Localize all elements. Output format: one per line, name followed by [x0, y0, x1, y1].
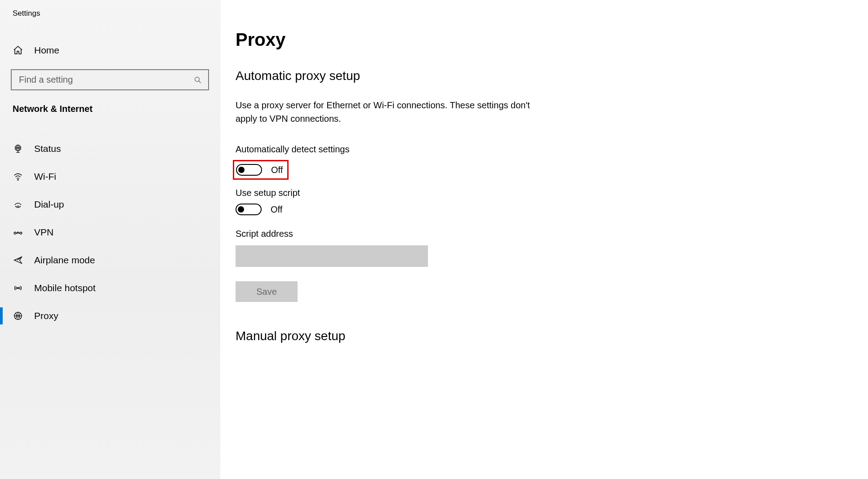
sidebar-item-label: Dial-up [34, 199, 64, 210]
auto-detect-state: Off [271, 165, 283, 175]
sidebar-item-wifi[interactable]: Wi-Fi [0, 163, 220, 191]
svg-point-9 [20, 206, 20, 207]
svg-line-1 [199, 81, 201, 83]
svg-point-10 [18, 206, 18, 206]
save-button[interactable]: Save [236, 281, 298, 302]
section-title-auto: Automatic proxy setup [236, 69, 868, 83]
highlight-auto-detect: Off [233, 160, 289, 180]
svg-point-14 [18, 288, 19, 289]
wifi-icon [13, 171, 23, 182]
svg-point-7 [17, 207, 17, 208]
sidebar-item-label: Status [34, 143, 61, 154]
use-script-toggle[interactable] [236, 204, 262, 215]
svg-point-0 [195, 77, 200, 81]
sidebar-item-label: Wi-Fi [34, 171, 56, 182]
sidebar-item-label: Airplane mode [34, 255, 95, 266]
search-box[interactable] [11, 69, 209, 90]
sidebar-item-hotspot[interactable]: Mobile hotspot [0, 274, 220, 302]
toggle-knob [238, 206, 244, 213]
use-script-label: Use setup script [236, 188, 868, 198]
main-content: Proxy Automatic proxy setup Use a proxy … [220, 0, 868, 479]
sidebar-home-label: Home [34, 45, 59, 56]
use-script-state: Off [271, 204, 282, 215]
search-icon [194, 76, 202, 84]
globe-stand-icon [13, 143, 23, 154]
sidebar-item-proxy[interactable]: Proxy [0, 302, 220, 330]
sidebar-nav: Status Wi-Fi [0, 135, 220, 330]
script-address-label: Script address [236, 229, 868, 239]
svg-point-12 [20, 232, 22, 235]
sidebar-item-label: Mobile hotspot [34, 283, 96, 293]
sidebar-item-status[interactable]: Status [0, 135, 220, 163]
sidebar-item-vpn[interactable]: VPN [0, 218, 220, 246]
auto-detect-toggle[interactable] [236, 164, 262, 176]
sidebar-item-dialup[interactable]: Dial-up [0, 191, 220, 218]
script-address-input[interactable] [236, 245, 428, 267]
toggle-knob [238, 167, 245, 173]
section-body-auto: Use a proxy server for Ethernet or Wi-Fi… [236, 98, 532, 125]
section-title-manual: Manual proxy setup [236, 329, 868, 343]
svg-point-11 [14, 232, 16, 235]
sidebar-item-label: Proxy [34, 310, 58, 321]
home-icon [13, 45, 23, 56]
hotspot-icon [13, 283, 23, 293]
app-title: Settings [0, 7, 220, 18]
search-input[interactable] [19, 70, 194, 89]
sidebar-item-airplane[interactable]: Airplane mode [0, 246, 220, 274]
settings-sidebar: Settings Home Network & Internet [0, 0, 220, 479]
category-title: Network & Internet [0, 90, 220, 121]
globe-icon [13, 310, 23, 321]
vpn-icon [13, 227, 23, 238]
page-title: Proxy [236, 30, 868, 50]
svg-point-6 [16, 206, 16, 207]
svg-point-5 [18, 179, 18, 180]
svg-point-8 [18, 207, 19, 208]
dialup-icon [13, 199, 23, 210]
sidebar-home[interactable]: Home [0, 40, 220, 61]
sidebar-item-label: VPN [34, 227, 53, 238]
auto-detect-label: Automatically detect settings [236, 144, 868, 155]
airplane-icon [13, 255, 23, 266]
